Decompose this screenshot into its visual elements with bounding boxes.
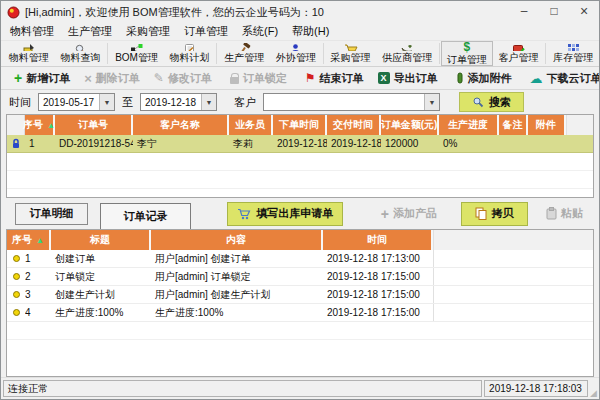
cell-progress: 0% [439,138,499,149]
resize-grip[interactable]: ◢ [590,389,597,397]
menu-system[interactable]: 系统(F) [235,23,285,40]
row-lock-icon [7,138,25,149]
toolbar-separator [545,43,546,64]
status-connection: 连接正常 [3,380,482,397]
toolbar-label: 订单管理 [447,53,487,67]
cell-seq: 2 [25,271,31,282]
action-label: 订单锁定 [243,71,287,86]
delete-order-button[interactable]: × 删除订单 [77,69,147,88]
lock-icon [230,77,239,84]
download-cloud-order-button[interactable]: ☁ 下载云订单 [523,69,600,88]
toolbar-material[interactable]: 物料管理 [3,41,55,66]
date-to-combo[interactable]: 2019-12-18 ▼ [140,93,217,111]
toolbar-bom[interactable]: BOM管理 [109,41,163,66]
order-table-row[interactable]: 1 DD-20191218-54 李宁 李莉 2019-12-18 2019-1… [7,135,593,153]
close-button[interactable]: × [569,1,599,23]
header-delivery-date[interactable]: 交付时间 [327,115,381,135]
add-product-button[interactable]: + 添加产品 [373,206,445,221]
cell-content: 生产进度:100% [151,306,323,320]
record-table-row[interactable]: 1 创建订单 用户[admin] 创建订单 2019-12-18 17:13:0… [7,250,593,268]
header-seq[interactable]: 序号▲ [7,230,51,250]
record-table-row[interactable]: 4 生产进度:100% 生产进度:100% 2019-12-18 17:15:0… [7,304,593,322]
header-amount[interactable]: 订单金额(元) [381,115,439,135]
header-title[interactable]: 标题 [51,230,151,250]
header-attachment[interactable]: 附件 [528,115,566,135]
chevron-down-icon[interactable]: ▼ [99,94,114,110]
add-order-button[interactable]: + 新增订单 [7,69,77,88]
finish-order-button[interactable]: ⚑ 结束订单 [298,69,371,88]
material-box-icon [22,43,35,51]
action-label: 删除订单 [96,71,140,86]
edit-order-button[interactable]: ✎ 修改订单 [147,69,219,88]
toolbar-material-query[interactable]: 物料查询 [55,41,107,66]
toolbar-order[interactable]: $ 订单管理 [441,41,493,66]
add-attachment-button[interactable]: 添加附件 [449,69,519,88]
date-to-value: 2019-12-18 [141,97,201,108]
header-label: 序号 [23,118,43,132]
title-bar: [Hi,admin]，欢迎使用 BOM管理软件，您的云企业号码为：10 – □ … [1,1,599,23]
paste-button[interactable]: 粘贴 [538,206,591,221]
toolbar-separator [323,43,324,64]
maximize-button[interactable]: □ [539,1,569,23]
toolbar-customer[interactable]: 客户管理 [493,41,545,66]
excel-icon: X [378,72,390,84]
toolbar-label: 物料计划 [170,51,210,65]
menu-purchase[interactable]: 采购管理 [119,23,177,40]
customer-label: 客户 [234,95,256,110]
plus-icon: + [381,207,389,221]
chevron-down-icon[interactable]: ▼ [201,94,216,110]
export-order-button[interactable]: X 导出订单 [371,69,445,88]
window-title: [Hi,admin]，欢迎使用 BOM管理软件，您的云企业号码为：10 [25,5,509,20]
toolbar-material-plan[interactable]: 物料计划 [164,41,216,66]
toolbar-outsourcing[interactable]: 外协管理 [270,41,322,66]
minimize-button[interactable]: – [509,1,539,23]
action-label: 添加附件 [468,71,512,86]
menu-help[interactable]: 帮助(H) [285,23,336,40]
toolbar-supplier[interactable]: 供应商管理 [376,41,438,66]
header-time[interactable]: 时间 [323,230,433,250]
empty-row [7,171,593,189]
header-customer[interactable]: 客户名称 [133,115,229,135]
record-table-row[interactable]: 3 创建生产计划 用户[admin] 创建生产计划 2019-12-18 17:… [7,286,593,304]
record-dot-icon [13,291,20,298]
toolbar-production[interactable]: 生产管理 [218,41,270,66]
header-order-no[interactable]: 订单号 [55,115,133,135]
menu-order[interactable]: 订单管理 [177,23,235,40]
header-order-date[interactable]: 下单时间 [273,115,327,135]
toolbar-label: 采购管理 [331,51,371,65]
toolbar-label: 客户管理 [499,51,539,65]
lock-order-button[interactable]: 订单锁定 [223,69,294,88]
toolbar-label: 外协管理 [276,51,316,65]
cell-title: 创建生产计划 [51,288,151,302]
toolbar-purchase[interactable]: 采购管理 [325,41,377,66]
header-remark[interactable]: 备注 [499,115,528,135]
toolbar-separator [107,43,108,64]
toolbar-inventory[interactable]: 库存管理 [547,41,599,66]
date-from-combo[interactable]: 2019-05-17 ▼ [38,93,115,111]
handshake-icon [400,43,414,51]
record-dot-icon [13,309,20,316]
record-table-row[interactable]: 2 订单锁定 用户[admin] 订单锁定 2019-12-18 17:15:0… [7,268,593,286]
search-button[interactable]: 搜索 [459,92,524,112]
header-seq[interactable]: 序号▲ [25,115,55,135]
toolbar-label: 生产管理 [224,51,264,65]
menu-material[interactable]: 物料管理 [3,23,61,40]
chevron-down-icon[interactable]: ▼ [424,94,439,110]
header-content[interactable]: 内容 [151,230,323,250]
order-detail-tab[interactable]: 订单明细 [15,203,88,225]
outbound-request-button[interactable]: 填写出库申请单 [227,202,343,226]
order-record-tab[interactable]: 订单记录 [100,203,191,229]
toolbar-label: 物料管理 [9,51,49,65]
flag-icon: ⚑ [305,72,316,84]
customer-combo[interactable]: ▼ [263,93,440,111]
person-icon [289,43,302,51]
cell-filler [433,250,593,267]
cloud-icon: ☁ [530,72,543,85]
menu-production[interactable]: 生产管理 [61,23,119,40]
header-salesperson[interactable]: 业务员 [229,115,273,135]
header-progress[interactable]: 生产进度 [439,115,499,135]
main-toolbar: 物料管理 物料查询 BOM管理 [1,40,599,67]
date-from-value: 2019-05-17 [39,97,99,108]
cell-content: 用户[admin] 创建生产计划 [151,288,323,302]
copy-button[interactable]: 拷贝 [461,202,528,226]
